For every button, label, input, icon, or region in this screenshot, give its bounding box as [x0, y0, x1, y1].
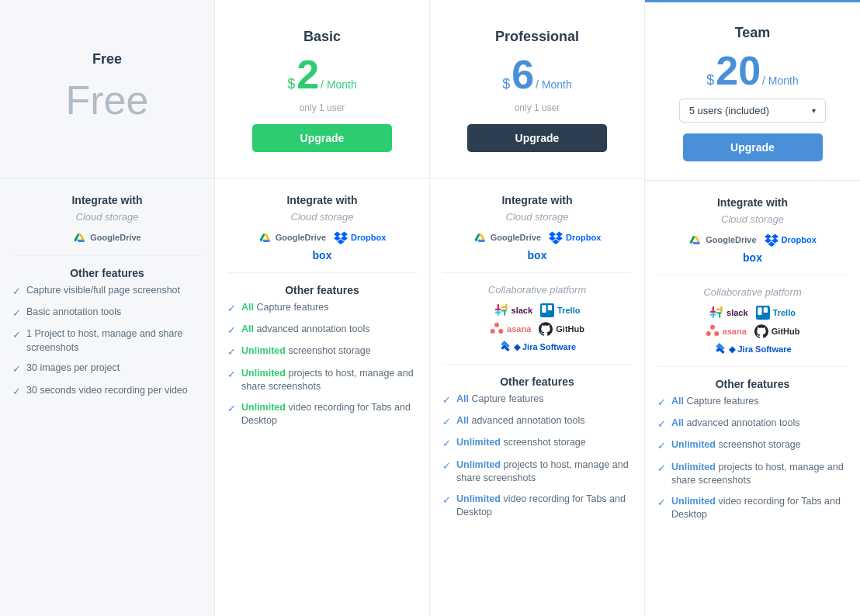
feature-item-team-0: ✓ All Capture features [657, 395, 848, 410]
cloud-storage-label-free: Cloud storage [12, 211, 202, 223]
svg-rect-7 [497, 310, 498, 316]
feature-text-free-2: 1 Project to host, manage and share scre… [26, 327, 202, 355]
dropbox-logo: Dropbox [549, 230, 601, 244]
svg-point-11 [494, 323, 499, 327]
feature-text-basic-0: All Capture features [241, 301, 329, 315]
divider-features-professional [442, 364, 632, 365]
feature-prefix-basic-4: Unlimited [241, 402, 286, 413]
feature-item-basic-3: ✓ Unlimited projects to host, manage and… [227, 367, 417, 394]
plan-header-basic: Basic $ 2 / Month only 1 userUpgrade [215, 0, 429, 178]
feature-text-basic-2: Unlimited screenshot storage [241, 344, 371, 358]
check-icon-basic-1: ✓ [227, 324, 236, 337]
divider-features-basic [227, 272, 417, 273]
box-logo: box [528, 249, 547, 261]
feature-list-free: ✓ Capture visible/full page screenshot ✓… [12, 284, 202, 399]
users-dropdown-label: 5 users (included) [689, 105, 769, 116]
feature-item-basic-4: ✓ Unlimited video recording for Tabs and… [227, 401, 417, 428]
check-icon-professional-3: ✓ [442, 459, 451, 473]
feature-text-team-1: All advanced annotation tools [671, 417, 799, 431]
feature-text-basic-3: Unlimited projects to host, manage and s… [241, 367, 417, 394]
chevron-down-icon: ▾ [812, 106, 816, 115]
feature-list-team: ✓ All Capture features ✓ All advanced an… [657, 395, 848, 522]
plan-name-basic: Basic [303, 29, 341, 45]
check-icon-free-2: ✓ [12, 328, 21, 342]
check-icon-team-3: ✓ [657, 462, 666, 476]
svg-rect-23 [758, 307, 761, 315]
check-icon-free-3: ✓ [12, 362, 21, 376]
plan-price-period: / Month [321, 78, 357, 91]
check-icon-basic-3: ✓ [227, 368, 236, 382]
upgrade-button-basic[interactable]: Upgrade [252, 124, 392, 152]
slack-logo: slack [709, 306, 748, 320]
plan-price-amount: 6 [511, 54, 534, 95]
plan-name-professional: Professional [495, 29, 579, 45]
check-icon-professional-4: ✓ [442, 493, 451, 507]
feature-item-professional-0: ✓ All Capture features [442, 393, 632, 407]
feature-item-professional-2: ✓ Unlimited screenshot storage [442, 436, 632, 451]
svg-point-25 [710, 325, 715, 330]
feature-item-professional-1: ✓ All advanced annotation tools [442, 414, 632, 429]
pricing-grid: FreeFreeIntegrate withCloud storage Goog… [0, 0, 860, 616]
integrations-section-basic: Integrate withCloud storage GoogleDrive … [227, 194, 417, 261]
check-icon-basic-2: ✓ [227, 345, 236, 359]
svg-point-12 [491, 329, 495, 334]
divider-features-team [657, 366, 848, 367]
trello-logo: Trello [756, 306, 796, 320]
divider-collab-professional [442, 272, 632, 273]
check-icon-free-4: ✓ [12, 385, 21, 399]
feature-text-free-3: 30 images per project [26, 362, 120, 375]
feature-text-team-2: Unlimited screenshot storage [671, 438, 801, 452]
feature-text-professional-3: Unlimited projects to host, manage and s… [456, 459, 632, 486]
feature-list-basic: ✓ All Capture features ✓ All advanced an… [227, 301, 417, 428]
collab-platform-label-team: Collaborative platform [657, 286, 848, 298]
plan-free-label: Free [66, 77, 149, 123]
features-heading-team: Other features [657, 378, 848, 390]
feature-prefix-basic-3: Unlimited [241, 368, 286, 379]
feature-item-professional-4: ✓ Unlimited video recording for Tabs and… [442, 493, 632, 520]
feature-item-free-3: ✓ 30 images per project [12, 362, 202, 376]
integrate-heading-basic: Integrate with [227, 194, 417, 206]
check-icon-team-4: ✓ [657, 496, 666, 510]
check-icon-professional-2: ✓ [442, 437, 451, 451]
feature-prefix-team-0: All [671, 396, 684, 407]
divider-collab-team [657, 275, 848, 275]
plan-price-row-team: $ 20 / Month [706, 50, 799, 91]
svg-rect-9 [542, 305, 546, 313]
plan-col-professional: Professional $ 6 / Month only 1 userUpgr… [430, 0, 645, 616]
feature-text-basic-1: All advanced annotation tools [241, 323, 369, 337]
feature-item-basic-0: ✓ All Capture features [227, 301, 417, 316]
dropbox-logo: Dropbox [334, 230, 386, 244]
plan-user-note-professional: only 1 user [515, 102, 560, 113]
jira-logo: ◆ Jira Software [498, 341, 576, 353]
svg-rect-24 [763, 307, 767, 313]
feature-text-professional-1: All advanced annotation tools [456, 414, 584, 428]
plan-price-amount: 2 [296, 54, 319, 95]
feature-text-professional-2: Unlimited screenshot storage [456, 436, 586, 450]
plan-col-team: Team $ 20 / Month 5 users (included) ▾ U… [645, 0, 860, 616]
feature-item-team-1: ✓ All advanced annotation tools [657, 417, 848, 431]
feature-prefix-professional-0: All [456, 393, 469, 404]
features-heading-free: Other features [12, 267, 202, 279]
googledrive-logo: GoogleDrive [473, 230, 541, 244]
upgrade-button-professional[interactable]: Upgrade [467, 124, 607, 152]
features-heading-basic: Other features [227, 284, 417, 296]
plan-price-amount: 20 [716, 50, 761, 91]
features-heading-professional: Other features [442, 375, 632, 388]
feature-prefix-team-4: Unlimited [671, 496, 716, 507]
cloud-storage-label-basic: Cloud storage [227, 211, 417, 223]
collab-platform-label-professional: Collaborative platform [442, 284, 632, 296]
check-icon-team-1: ✓ [657, 417, 666, 431]
plan-body-free: Integrate withCloud storage GoogleDriveO… [0, 178, 214, 616]
feature-item-free-1: ✓ Basic annotation tools [12, 306, 202, 320]
upgrade-button-team[interactable]: Upgrade [683, 133, 823, 161]
divider-features-free [12, 255, 202, 256]
feature-prefix-team-1: All [671, 417, 684, 428]
check-icon-team-2: ✓ [657, 439, 666, 453]
trello-logo: Trello [540, 303, 580, 317]
svg-rect-21 [713, 312, 714, 318]
plan-header-team: Team $ 20 / Month 5 users (included) ▾ U… [645, 2, 860, 181]
feature-text-basic-4: Unlimited video recording for Tabs and D… [241, 401, 417, 428]
github-logo: GitHub [539, 322, 584, 336]
feature-item-team-3: ✓ Unlimited projects to host, manage and… [657, 461, 848, 488]
users-dropdown-team[interactable]: 5 users (included) ▾ [679, 99, 827, 123]
